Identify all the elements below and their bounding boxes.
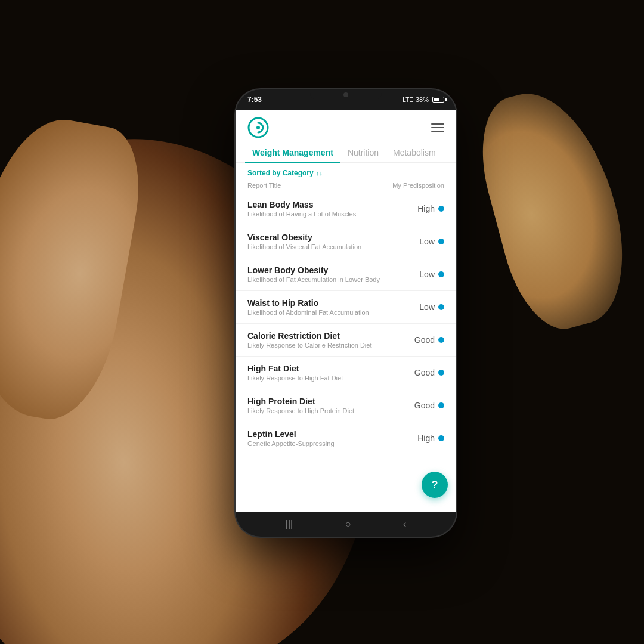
svg-point-1: [256, 126, 260, 129]
report-item-5[interactable]: High Fat Diet Likely Response to High Fa…: [236, 357, 456, 389]
value-text-2: Low: [419, 270, 435, 279]
report-title-1: Visceral Obesity: [247, 233, 402, 242]
report-title-7: Leptin Level: [247, 429, 402, 439]
report-title-3: Waist to Hip Ratio: [247, 298, 402, 308]
report-subtitle-0: Likelihood of Having a Lot of Muscles: [247, 210, 402, 218]
report-item-0[interactable]: Lean Body Mass Likelihood of Having a Lo…: [236, 193, 456, 225]
report-text-7: Leptin Level Genetic Appetite-Suppressin…: [247, 429, 402, 447]
report-item-6[interactable]: High Protein Diet Likely Response to Hig…: [236, 389, 456, 422]
report-value-3: Low: [402, 302, 444, 312]
report-value-7: High: [402, 434, 444, 443]
status-time: 7:53: [247, 95, 262, 104]
report-value-5: Good: [402, 368, 444, 377]
status-right: LTE 38%: [402, 96, 444, 103]
battery-icon: [432, 97, 444, 103]
tab-weight-management[interactable]: Weight Management: [245, 143, 340, 162]
report-text-6: High Protein Diet Likely Response to Hig…: [247, 397, 402, 414]
value-dot-4: [438, 337, 444, 343]
report-title-6: High Protein Diet: [247, 397, 402, 406]
value-dot-5: [438, 370, 444, 376]
report-text-0: Lean Body Mass Likelihood of Having a Lo…: [247, 200, 402, 218]
app-logo-icon: [247, 117, 269, 138]
app-header: [236, 110, 456, 143]
help-fab-button[interactable]: ?: [422, 472, 448, 498]
report-subtitle-2: Likelihood of Fat Accumulation in Lower …: [247, 276, 402, 283]
back-button[interactable]: ‹: [403, 519, 406, 530]
value-dot-0: [438, 206, 444, 212]
sort-icon: ↑↓: [316, 169, 323, 177]
report-value-0: High: [402, 204, 444, 213]
tabs-row: Weight Management Nutrition Metabolism: [236, 143, 456, 163]
value-dot-6: [438, 402, 444, 408]
report-list: Lean Body Mass Likelihood of Having a Lo…: [236, 193, 456, 512]
sort-row: Sorted by Category ↑↓: [236, 163, 456, 179]
home-button[interactable]: ○: [345, 519, 351, 530]
battery-text: 38%: [416, 96, 429, 103]
report-text-4: Calorie Restriction Diet Likely Response…: [247, 331, 402, 349]
value-dot-7: [438, 435, 444, 441]
value-text-1: Low: [419, 237, 435, 246]
col-header-title: Report Title: [247, 182, 281, 189]
report-subtitle-3: Likelihood of Abdominal Fat Accumulation: [247, 309, 402, 316]
report-item-7[interactable]: Leptin Level Genetic Appetite-Suppressin…: [236, 422, 456, 454]
report-title-0: Lean Body Mass: [247, 200, 402, 209]
tab-nutrition[interactable]: Nutrition: [340, 143, 386, 162]
value-text-5: Good: [414, 368, 435, 377]
report-item-1[interactable]: Visceral Obesity Likelihood of Visceral …: [236, 225, 456, 258]
report-subtitle-4: Likely Response to Calorie Restriction D…: [247, 342, 402, 349]
report-item-4[interactable]: Calorie Restriction Diet Likely Response…: [236, 324, 456, 357]
tab-metabolism[interactable]: Metabolism: [386, 143, 443, 162]
report-item-2[interactable]: Lower Body Obesity Likelihood of Fat Acc…: [236, 258, 456, 291]
report-value-2: Low: [402, 270, 444, 279]
report-subtitle-1: Likelihood of Visceral Fat Accumulation: [247, 243, 402, 250]
value-text-0: High: [417, 204, 435, 213]
report-value-1: Low: [402, 237, 444, 246]
report-item-3[interactable]: Waist to Hip Ratio Likelihood of Abdomin…: [236, 291, 456, 324]
report-text-3: Waist to Hip Ratio Likelihood of Abdomin…: [247, 298, 402, 316]
scene: 7:53 LTE 38%: [0, 0, 644, 644]
bottom-nav: ||| ○ ‹: [236, 512, 456, 537]
report-title-2: Lower Body Obesity: [247, 265, 402, 275]
phone-shell: 7:53 LTE 38%: [236, 89, 456, 537]
phone-screen: Weight Management Nutrition Metabolism S…: [236, 110, 456, 512]
hamburger-menu-button[interactable]: [431, 123, 444, 132]
sort-label[interactable]: Sorted by Category ↑↓: [247, 169, 444, 177]
report-text-1: Visceral Obesity Likelihood of Visceral …: [247, 233, 402, 250]
column-headers: Report Title My Predisposition: [236, 179, 456, 193]
report-subtitle-5: Likely Response to High Fat Diet: [247, 374, 402, 382]
report-value-4: Good: [402, 335, 444, 345]
question-icon: ?: [432, 479, 438, 491]
col-header-predisposition: My Predisposition: [392, 182, 444, 189]
report-value-6: Good: [402, 401, 444, 410]
report-title-5: High Fat Diet: [247, 364, 402, 373]
report-subtitle-7: Genetic Appetite-Suppressing: [247, 440, 402, 447]
value-dot-1: [438, 239, 444, 244]
value-dot-2: [438, 271, 444, 277]
report-text-5: High Fat Diet Likely Response to High Fa…: [247, 364, 402, 382]
signal-text: LTE: [402, 97, 413, 103]
value-text-7: High: [417, 434, 435, 443]
recent-apps-button[interactable]: |||: [286, 519, 293, 530]
report-text-2: Lower Body Obesity Likelihood of Fat Acc…: [247, 265, 402, 283]
report-title-4: Calorie Restriction Diet: [247, 331, 402, 340]
report-subtitle-6: Likely Response to High Protein Diet: [247, 407, 402, 414]
value-text-6: Good: [414, 401, 435, 410]
status-bar: 7:53 LTE 38%: [236, 89, 456, 110]
value-text-3: Low: [419, 302, 435, 312]
value-text-4: Good: [414, 335, 435, 345]
value-dot-3: [438, 304, 444, 310]
